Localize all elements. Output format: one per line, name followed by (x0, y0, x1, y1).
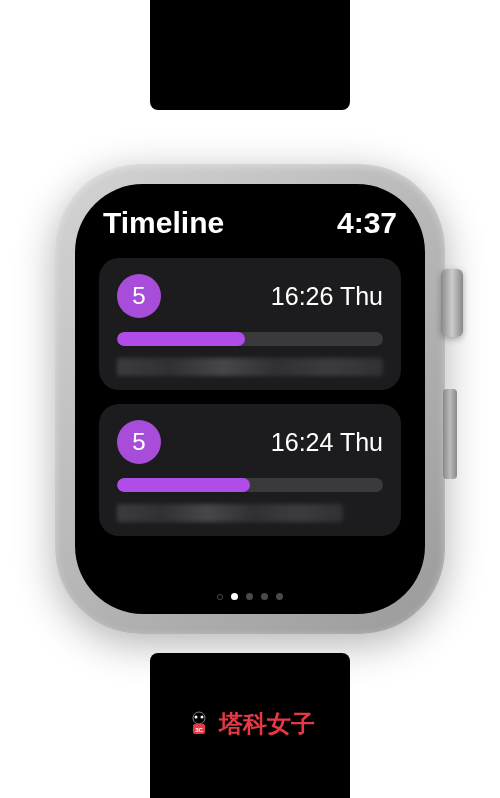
brand-text: 塔科女子 (219, 708, 315, 740)
card-header-row: 5 16:26 Thu (117, 274, 383, 318)
timeline-card[interactable]: 5 16:26 Thu (99, 258, 401, 390)
watch-screen: Timeline 4:37 5 16:26 Thu (75, 184, 425, 614)
clock-time: 4:37 (337, 206, 397, 240)
page-dot (276, 593, 283, 600)
count-badge: 5 (117, 274, 161, 318)
timestamp-label: 16:24 Thu (271, 428, 383, 457)
badge-value: 5 (132, 428, 145, 456)
progress-fill (117, 478, 250, 492)
watch-case: Timeline 4:37 5 16:26 Thu (55, 164, 445, 634)
page-dot (246, 593, 253, 600)
svg-text:3C: 3C (195, 727, 203, 733)
header: Timeline 4:37 (99, 206, 401, 240)
brand-logo: 3C 塔科女子 (185, 708, 315, 740)
svg-point-1 (195, 716, 198, 719)
watch-band-top (150, 0, 350, 110)
page-dot (261, 593, 268, 600)
page-indicator[interactable] (217, 593, 283, 600)
badge-value: 5 (132, 282, 145, 310)
redacted-text (117, 504, 343, 522)
progress-bar (117, 478, 383, 492)
card-header-row: 5 16:24 Thu (117, 420, 383, 464)
count-badge: 5 (117, 420, 161, 464)
digital-crown[interactable] (441, 269, 463, 337)
timeline-card[interactable]: 5 16:24 Thu (99, 404, 401, 536)
brand-mascot-icon: 3C (185, 710, 213, 738)
timeline-list: 5 16:26 Thu 5 16:24 Thu (99, 258, 401, 536)
svg-point-2 (201, 716, 204, 719)
progress-bar (117, 332, 383, 346)
page-dot-active (231, 593, 238, 600)
redacted-text (117, 358, 383, 376)
page-dot (217, 594, 223, 600)
svg-point-0 (193, 712, 205, 724)
timestamp-label: 16:26 Thu (271, 282, 383, 311)
side-button[interactable] (443, 389, 457, 479)
progress-fill (117, 332, 245, 346)
page-title: Timeline (103, 206, 224, 240)
watch-band-bottom: 3C 塔科女子 (150, 653, 350, 798)
